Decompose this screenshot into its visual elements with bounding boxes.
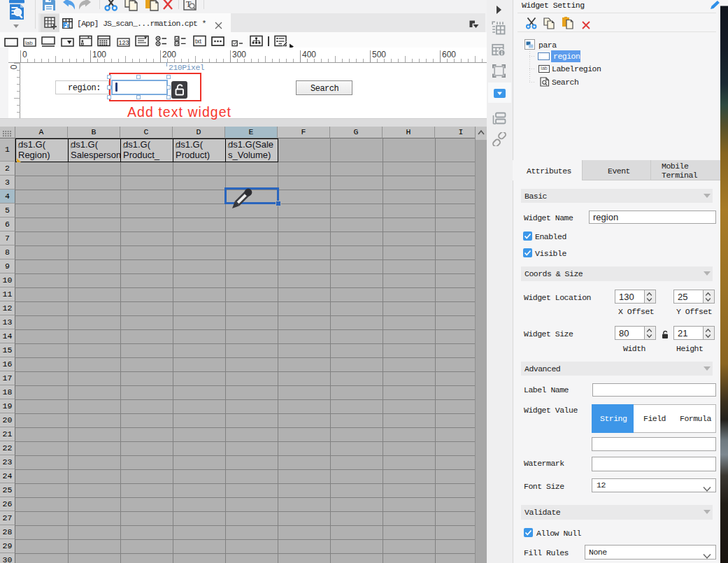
svg-text:txt: txt — [195, 38, 202, 45]
svg-text:123: 123 — [118, 39, 129, 46]
svg-text:lab: lab — [25, 40, 33, 46]
